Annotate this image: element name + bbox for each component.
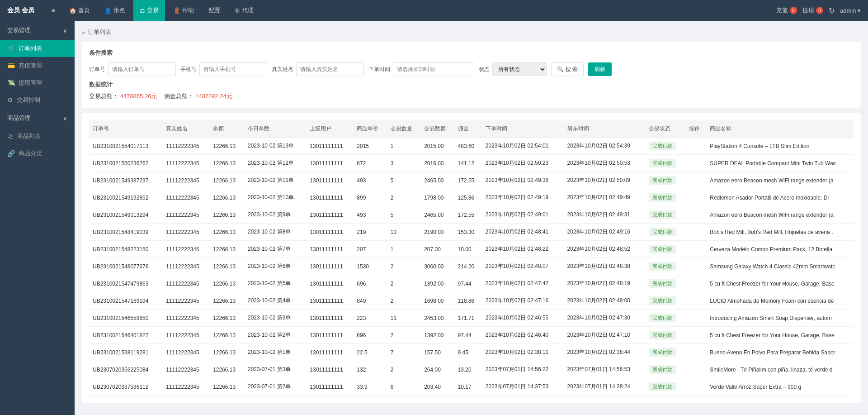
nav-help-label: 帮助 xyxy=(182,6,194,14)
cell-1: 11112222345 xyxy=(162,310,209,327)
status-label: 状态 xyxy=(479,66,490,73)
cell-2: 12266.13 xyxy=(209,310,244,327)
cell-action[interactable] xyxy=(685,155,707,172)
sidebar-item-goods-list[interactable]: 🛍 商品列表 xyxy=(0,128,75,145)
cell-action[interactable] xyxy=(685,258,707,275)
header-row: 订单号 真实姓名 余额 今日单数 上级用户 商品单价 交易数量 交易数额 佣金 … xyxy=(89,120,854,138)
status-badge: 完成付款 xyxy=(649,314,676,322)
table-row: UB23100215493872371111222234512266.13202… xyxy=(89,172,854,189)
order-time-input[interactable] xyxy=(393,62,474,76)
recharge-button[interactable]: 充值 0 xyxy=(776,6,797,14)
cell-action[interactable] xyxy=(685,241,707,258)
cell-0: UB2310021546558850 xyxy=(89,310,162,327)
sidebar-item-recharge[interactable]: 💳 充值管理 xyxy=(0,57,75,74)
nav-item-role[interactable]: 👤 角色 xyxy=(98,0,132,21)
search-button-label: 搜 索 xyxy=(566,66,578,73)
cell-5: 672 xyxy=(353,155,387,172)
sidebar-section-trade[interactable]: 交易管理 ∨ xyxy=(0,21,75,40)
status-badge: 完成付款 xyxy=(649,193,676,202)
sidebar-item-withdraw[interactable]: 💸 提现管理 xyxy=(0,74,75,91)
nav-role-label: 角色 xyxy=(113,6,125,14)
cell-status: 完成付款 xyxy=(645,378,685,396)
cell-9: 2023年10月02日 02:46:40 xyxy=(482,327,564,344)
status-badge: 完成付款 xyxy=(649,159,676,167)
cell-5: 33.9 xyxy=(353,378,387,396)
cell-action[interactable] xyxy=(685,378,707,396)
status-badge: 完成付款 xyxy=(649,262,676,271)
cell-3: 2023-10-02 第11单 xyxy=(244,172,306,189)
cell-0: UB2310021546401827 xyxy=(89,327,162,344)
cell-action[interactable] xyxy=(685,189,707,206)
refresh-icon[interactable]: ↻ xyxy=(829,6,835,15)
cell-8: 97.44 xyxy=(454,275,482,292)
nav-item-menu[interactable]: ≡ xyxy=(45,0,61,21)
status-select[interactable]: 所有状态 完成付款 待付款 取消 xyxy=(492,62,547,76)
col-commission: 佣金 xyxy=(454,120,482,138)
cell-action[interactable] xyxy=(685,138,707,155)
cell-8: 141.12 xyxy=(454,155,482,172)
cell-0: UB2310021547169194 xyxy=(89,292,162,310)
cell-1: 11112222345 xyxy=(162,361,209,378)
cell-6: 2 xyxy=(387,275,420,292)
cell-3: 2023-10-02 第1单 xyxy=(244,344,306,361)
cell-action[interactable] xyxy=(685,172,707,189)
brand-label: 会员 会员 xyxy=(7,6,34,14)
cell-4: 13011111111 xyxy=(306,172,353,189)
cell-2: 12266.13 xyxy=(209,224,244,241)
cell-action[interactable] xyxy=(685,275,707,292)
cell-7: 1392.00 xyxy=(420,275,454,292)
order-time-label: 下单时间 xyxy=(368,66,390,73)
search-card-title: 条件搜索 xyxy=(89,49,854,57)
nav-item-config[interactable]: 配置 xyxy=(202,0,226,21)
cell-product: PlayStation 4 Console – 1TB Slim Edition xyxy=(706,138,854,155)
recharge-badge: 0 xyxy=(790,7,797,14)
sidebar-section-goods[interactable]: 商品管理 ∨ xyxy=(0,109,75,128)
cell-1: 11112222345 xyxy=(162,378,209,396)
goods-list-icon: 🛍 xyxy=(7,133,14,140)
sidebar-item-goods-category[interactable]: 🔗 商品分类 xyxy=(0,145,75,162)
cell-action[interactable] xyxy=(685,344,707,361)
recharge-mgmt-icon: 💳 xyxy=(7,62,15,69)
cell-8: 10.00 xyxy=(454,241,482,258)
search-button[interactable]: 🔍 搜 索 xyxy=(551,62,584,76)
cell-action[interactable] xyxy=(685,292,707,310)
cell-1: 11112222345 xyxy=(162,344,209,361)
sidebar-item-orders[interactable]: 🛒 订单列表 xyxy=(0,40,75,57)
withdraw-badge: 0 xyxy=(816,7,823,14)
withdraw-button[interactable]: 提现 0 xyxy=(802,6,823,14)
cell-6: 1 xyxy=(387,138,420,155)
cell-10: 2023年07月01日 14:38:24 xyxy=(564,378,646,396)
sidebar-item-trade-control[interactable]: ⚙ 交易控制 xyxy=(0,91,75,109)
refresh-button[interactable]: 刷新 xyxy=(588,62,612,76)
breadcrumb-sep: » xyxy=(82,29,85,36)
nav-item-home[interactable]: 🏠 首页 xyxy=(63,0,96,21)
cell-action[interactable] xyxy=(685,327,707,344)
cell-2: 12266.13 xyxy=(209,172,244,189)
cell-5: 207 xyxy=(353,241,387,258)
cell-status: 完成付款 xyxy=(645,206,685,224)
cell-9: 2023年10月02日 02:49:01 xyxy=(482,206,564,224)
cell-action[interactable] xyxy=(685,361,707,378)
cell-product: SmileMore - Té Piñalim con piña, linaza,… xyxy=(706,361,854,378)
col-name: 真实姓名 xyxy=(162,120,209,138)
cell-5: 696 xyxy=(353,275,387,292)
cell-5: 493 xyxy=(353,172,387,189)
cell-6: 1 xyxy=(387,241,420,258)
user-menu[interactable]: admin ▾ xyxy=(840,7,861,14)
real-name-input[interactable] xyxy=(296,62,364,76)
cell-6: 6 xyxy=(387,378,420,396)
cell-action[interactable] xyxy=(685,310,707,327)
cell-action[interactable] xyxy=(685,224,707,241)
cell-action[interactable] xyxy=(685,206,707,224)
stats-commission-label: 佣金总额： xyxy=(164,93,193,100)
cell-6: 10 xyxy=(387,224,420,241)
cell-2: 12266.13 xyxy=(209,206,244,224)
cell-status: 完成付款 xyxy=(645,138,685,155)
phone-input[interactable] xyxy=(199,62,267,76)
nav-item-help[interactable]: 🚪 帮助 xyxy=(167,0,200,21)
order-number-input[interactable] xyxy=(108,62,176,76)
order-number-group: 订单号 xyxy=(89,62,176,76)
nav-item-agent[interactable]: ⑤ 代理 xyxy=(228,0,260,21)
nav-item-trade[interactable]: ⚖ 交易 xyxy=(133,0,165,21)
cell-2: 12266.13 xyxy=(209,189,244,206)
